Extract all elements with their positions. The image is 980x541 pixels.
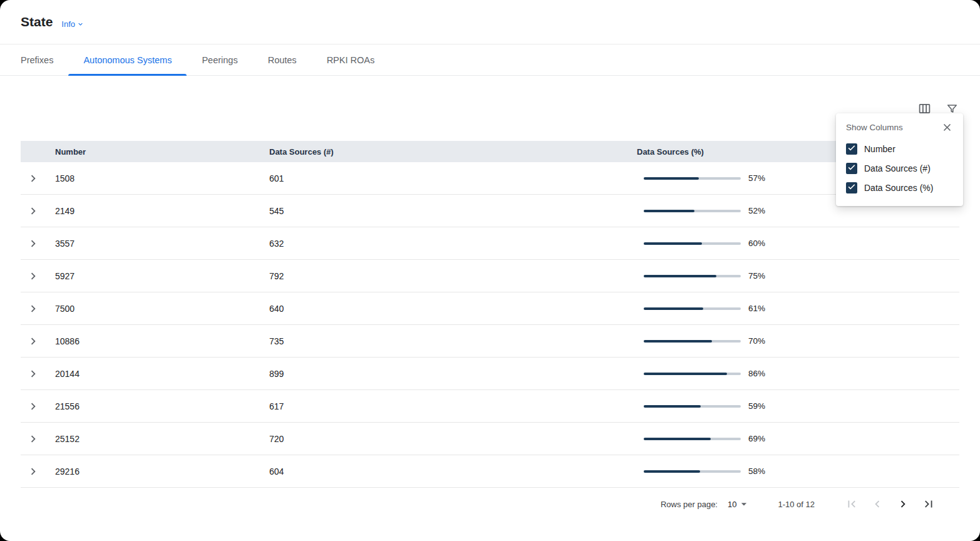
checkbox-checked-icon[interactable]: [846, 182, 857, 193]
data-sources-bar: [644, 340, 741, 343]
last-page-button[interactable]: [921, 496, 937, 512]
as-number: 10886: [55, 336, 269, 346]
chevron-right-icon: [26, 367, 40, 381]
expand-row-button[interactable]: [24, 300, 42, 317]
column-toggle-label: Number: [864, 144, 895, 154]
data-sources-bar: [644, 405, 741, 408]
data-sources-bar: [644, 210, 741, 212]
previous-page-button[interactable]: [869, 496, 885, 512]
page-title: State: [21, 14, 53, 29]
column-toggle-data-sources[interactable]: Data Sources (#): [846, 158, 953, 178]
data-sources-bar: [644, 438, 741, 440]
page-nav: [843, 496, 937, 512]
page-header: State Info: [0, 0, 980, 44]
popup-header: Show Columns: [846, 121, 953, 133]
table-row: 2014489986%: [21, 358, 959, 390]
show-columns-options: NumberData Sources (#)Data Sources (%): [846, 139, 953, 197]
data-sources-bar: [644, 177, 741, 180]
rows-per-page-label: Rows per page:: [661, 500, 718, 509]
data-sources-count: 640: [269, 304, 637, 314]
data-sources-percent: 57%: [748, 173, 765, 183]
data-sources-bar: [644, 275, 741, 277]
column-header-number[interactable]: Number: [55, 147, 269, 157]
data-sources-count: 617: [269, 401, 637, 411]
expand-row-button[interactable]: [24, 398, 42, 415]
as-number: 25152: [55, 434, 269, 444]
next-page-button[interactable]: [895, 496, 911, 512]
table-row: 1088673570%: [21, 325, 959, 358]
table-row: 355763260%: [21, 227, 959, 260]
expand-row-button[interactable]: [24, 235, 42, 252]
table-row: 2515272069%: [21, 423, 959, 455]
data-sources-bar: [644, 373, 741, 375]
table-body: 150860157%214954552%355763260%592779275%…: [21, 162, 959, 488]
expand-row-button[interactable]: [24, 170, 42, 187]
last-page-icon: [922, 497, 936, 511]
info-label: Info: [61, 19, 75, 29]
data-sources-percent: 60%: [748, 239, 765, 248]
table-row: 2921660458%: [21, 455, 959, 488]
checkbox-checked-icon[interactable]: [846, 143, 857, 155]
rows-per-page-select[interactable]: 10: [728, 498, 750, 510]
data-sources-percent: 70%: [748, 336, 765, 346]
table-row: 150860157%: [21, 162, 959, 195]
chevron-down-icon: [76, 20, 85, 28]
chevron-right-icon: [26, 172, 40, 185]
tab-autonomous-systems[interactable]: Autonomous Systems: [68, 44, 187, 75]
close-icon: [941, 121, 953, 133]
as-number: 20144: [55, 369, 269, 379]
data-sources-percent: 59%: [748, 401, 765, 411]
chevron-left-icon: [870, 497, 884, 511]
pagination-bar: Rows per page: 10 1-10 of 12: [21, 488, 959, 520]
data-sources-count: 899: [269, 369, 637, 379]
pagination-range: 1-10 of 12: [778, 500, 815, 509]
as-number: 29216: [55, 466, 269, 477]
expand-row-button[interactable]: [24, 267, 42, 285]
tab-peerings[interactable]: Peerings: [187, 44, 252, 75]
as-number: 21556: [55, 401, 269, 411]
column-toggle-data-sources[interactable]: Data Sources (%): [846, 178, 953, 197]
data-sources-percent: 52%: [748, 206, 765, 215]
tab-bar: PrefixesAutonomous SystemsPeeringsRoutes…: [0, 44, 980, 76]
arrow-drop-down-icon: [738, 498, 750, 510]
column-header-data-sources-count[interactable]: Data Sources (#): [269, 147, 637, 157]
first-page-button[interactable]: [843, 496, 860, 512]
chevron-right-icon: [26, 465, 40, 478]
chevron-right-icon: [26, 302, 40, 316]
tab-prefixes[interactable]: Prefixes: [6, 44, 68, 75]
data-sources-bar: [644, 470, 741, 473]
as-number: 1508: [55, 173, 269, 183]
chevron-right-icon: [26, 334, 40, 348]
as-number: 3557: [55, 239, 269, 249]
info-link[interactable]: Info: [61, 19, 85, 29]
checkbox-checked-icon[interactable]: [846, 163, 857, 174]
as-number: 2149: [55, 206, 269, 216]
data-sources-count: 735: [269, 336, 637, 346]
close-popup-button[interactable]: [941, 121, 953, 133]
table-row: 592779275%: [21, 260, 959, 292]
as-number: 5927: [55, 271, 269, 281]
rows-per-page-value: 10: [728, 500, 736, 509]
column-toggle-label: Data Sources (%): [864, 183, 933, 193]
column-toggle-label: Data Sources (#): [864, 163, 931, 173]
chevron-right-icon: [26, 399, 40, 413]
show-columns-popup: Show Columns NumberData Sources (#)Data …: [836, 113, 963, 206]
data-sources-percent: 86%: [748, 369, 765, 378]
data-sources-bar: [644, 242, 741, 245]
chevron-right-icon: [26, 432, 40, 446]
data-sources-bar: [644, 307, 741, 310]
tab-rpki-roas[interactable]: RPKI ROAs: [312, 44, 390, 75]
chevron-right-icon: [26, 237, 40, 250]
table-header-row: Number Data Sources (#) Data Sources (%): [21, 141, 959, 162]
expand-row-button[interactable]: [24, 463, 42, 480]
table-row: 214954552%: [21, 195, 959, 227]
data-sources-percent: 69%: [748, 434, 765, 443]
column-toggle-number[interactable]: Number: [846, 139, 953, 158]
expand-row-button[interactable]: [24, 430, 42, 448]
expand-row-button[interactable]: [24, 202, 42, 220]
tab-routes[interactable]: Routes: [253, 44, 312, 75]
data-sources-count: 632: [269, 239, 637, 249]
data-sources-percent: 61%: [748, 304, 765, 313]
expand-row-button[interactable]: [24, 365, 42, 383]
expand-row-button[interactable]: [24, 332, 42, 350]
